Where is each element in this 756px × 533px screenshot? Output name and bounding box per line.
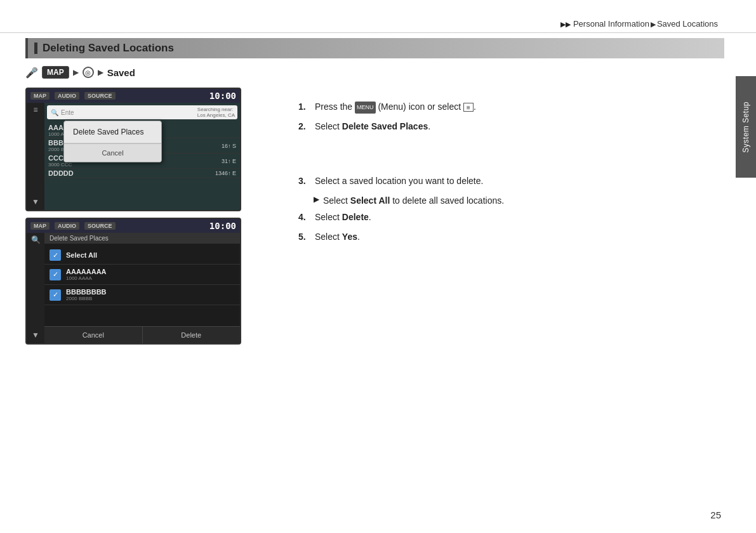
step1-num: 1. <box>298 98 311 115</box>
nav-circle: ◎ <box>83 67 94 78</box>
screen2-select-all[interactable]: ✓ Select All <box>44 246 240 265</box>
breadcrumb-arrow: ▶▶ <box>560 20 571 29</box>
step1-text: Press the MENU (Menu) icon or select ≡. <box>315 98 476 115</box>
screen1-topbar: MAP AUDIO SOURCE 10:00 <box>27 89 240 103</box>
breadcrumb-bar: ▶▶ Personal Information ▶ Saved Location… <box>0 0 756 33</box>
screen1-menu-icon: ≡ <box>33 105 37 114</box>
screen1-search-text: Ente <box>61 109 74 116</box>
step2-text: Select Delete Saved Places. <box>315 118 430 135</box>
screen2-selectall-name: Select All <box>66 251 97 259</box>
side-tab: System Setup <box>736 76 756 178</box>
screen1-down-arrow: ▼ <box>32 197 39 206</box>
instruction-step3: 3. Select a saved location you want to d… <box>298 173 689 190</box>
step3a-bold: Select All <box>350 195 390 206</box>
breadcrumb-part2: Saved Locations <box>657 19 718 29</box>
step3-text: Select a saved location you want to dele… <box>315 173 483 190</box>
screen2-cancel-btn[interactable]: Cancel <box>44 327 143 343</box>
screen2-content: 🔍 ▼ Delete Saved Places ✓ Select All <box>27 233 240 343</box>
screen2-audio-btn: AUDIO <box>55 222 79 230</box>
steps-3-5: 3. Select a saved location you want to d… <box>298 173 689 245</box>
screen1-map-btn: MAP <box>30 92 50 100</box>
screen1-item2-dist: 16↑ S <box>222 143 236 149</box>
instruction-step2: 2. Select Delete Saved Places. <box>298 118 689 135</box>
dialog-delete-item[interactable]: Delete Saved Places <box>64 121 161 143</box>
screen1-item3-sub: 3000 CCC <box>48 162 74 168</box>
mic-icon: 🎤 <box>25 67 38 79</box>
step5-num: 5. <box>298 228 311 246</box>
screen1-dialog: Delete Saved Places Cancel <box>63 121 162 162</box>
check-icon-1: ✓ <box>50 269 61 280</box>
screen2-item2-name: BBBBBBBB <box>66 288 107 296</box>
step2-bold: Delete Saved Places <box>342 121 428 131</box>
screen2-list: ✓ Select All ✓ AAAAAAAA 1000 AAAA <box>44 244 240 308</box>
screen2-topbar: MAP AUDIO SOURCE 10:00 <box>27 219 240 233</box>
menu-icon-box: ≡ <box>463 103 474 112</box>
menu-icon-inline: MENU <box>355 102 376 114</box>
screen2-item1-sub: 1000 AAAA <box>66 275 107 281</box>
step4-bold: Delete <box>342 212 369 222</box>
screen1-time: 10:00 <box>209 91 236 101</box>
screen1-leftbar: ≡ ▼ <box>27 103 44 210</box>
screen2-header: Delete Saved Places <box>44 233 240 244</box>
nav-path: 🎤 MAP ▶ ◎ ▶ Saved <box>25 66 724 79</box>
screen2-item1-name: AAAAAAAA <box>66 268 107 275</box>
instructions: 1. Press the MENU (Menu) icon or select … <box>298 98 689 248</box>
screen1-item4-name: DDDDD <box>48 169 74 177</box>
map-btn: MAP <box>42 66 69 79</box>
screen1-item3-dist: 31↑ E <box>222 158 236 164</box>
instruction-step5: 5. Select Yes. <box>298 228 689 246</box>
screen1-search-icon: 🔍 <box>51 109 58 116</box>
screen2-delete-btn[interactable]: Delete <box>143 327 241 343</box>
nav-arrow1: ▶ <box>73 68 79 77</box>
screen2: MAP AUDIO SOURCE 10:00 🔍 ▼ Delete Saved … <box>25 218 241 345</box>
screen2-source-btn: SOURCE <box>84 222 116 230</box>
nav-saved: Saved <box>107 67 135 78</box>
screen1-source-btn: SOURCE <box>84 92 116 100</box>
screens-container: MAP AUDIO SOURCE 10:00 ≡ ▼ 🔍 <box>25 88 279 345</box>
list-item: DDDDD 1346↑ E <box>44 169 240 178</box>
screen1-searchbar: 🔍 Ente Searching near:Los Angeles, CA <box>47 105 237 119</box>
step3a-arrow: ▶ <box>314 192 319 209</box>
screen1-item4-dist: 1346↑ E <box>215 170 236 176</box>
step4-num: 4. <box>298 209 311 226</box>
screen2-down-arrow: ▼ <box>32 331 39 339</box>
screen2-main: Delete Saved Places ✓ Select All ✓ <box>44 233 240 343</box>
screen2-footer: Cancel Delete <box>44 326 240 343</box>
section-title: Deleting Saved Locations <box>43 42 174 55</box>
screen2-item2[interactable]: ✓ BBBBBBBB 2000 BBBB <box>44 285 240 305</box>
screen2-item1[interactable]: ✓ AAAAAAAA 1000 AAAA <box>44 265 240 285</box>
check-icon-2: ✓ <box>50 289 61 301</box>
breadcrumb-part1: Personal Information <box>573 19 649 29</box>
screen1-main: 🔍 Ente Searching near:Los Angeles, CA AA… <box>44 103 240 210</box>
screen2-time: 10:00 <box>209 221 236 231</box>
step2-num: 2. <box>298 118 311 135</box>
screen2-search-icon: 🔍 <box>31 235 41 244</box>
nav-arrow2: ▶ <box>98 68 103 77</box>
screen1-content: ≡ ▼ 🔍 Ente Searching near:Los Angeles, C… <box>27 103 240 210</box>
check-icon-selectall: ✓ <box>50 249 61 261</box>
step5-text: Select Yes. <box>315 228 360 246</box>
instruction-step3a: ▶ Select Select All to delete all saved … <box>298 192 689 209</box>
instruction-step1: 1. Press the MENU (Menu) icon or select … <box>298 98 689 115</box>
step5-bold: Yes <box>342 232 357 242</box>
side-tab-label: System Setup <box>741 102 750 153</box>
instruction-step4: 4. Select Delete. <box>298 209 689 226</box>
step3-num: 3. <box>298 173 311 190</box>
screen2-item2-sub: 2000 BBBB <box>66 296 107 301</box>
screen2-leftbar: 🔍 ▼ <box>27 233 44 343</box>
step3a-text: Select Select All to delete all saved lo… <box>323 192 504 209</box>
page-number: 25 <box>710 510 721 520</box>
screen1: MAP AUDIO SOURCE 10:00 ≡ ▼ 🔍 <box>25 88 241 211</box>
step4-text: Select Delete. <box>315 209 371 226</box>
screen1-audio-btn: AUDIO <box>55 92 79 100</box>
dialog-cancel-btn[interactable]: Cancel <box>64 143 161 162</box>
section-heading: Deleting Saved Locations <box>25 38 724 58</box>
screen1-location-hint: Searching near:Los Angeles, CA <box>197 107 235 118</box>
breadcrumb-sep: ▶ <box>651 20 656 29</box>
content-area: Deleting Saved Locations 🎤 MAP ▶ ◎ ▶ Sav… <box>25 38 724 508</box>
screen2-map-btn: MAP <box>30 222 50 230</box>
